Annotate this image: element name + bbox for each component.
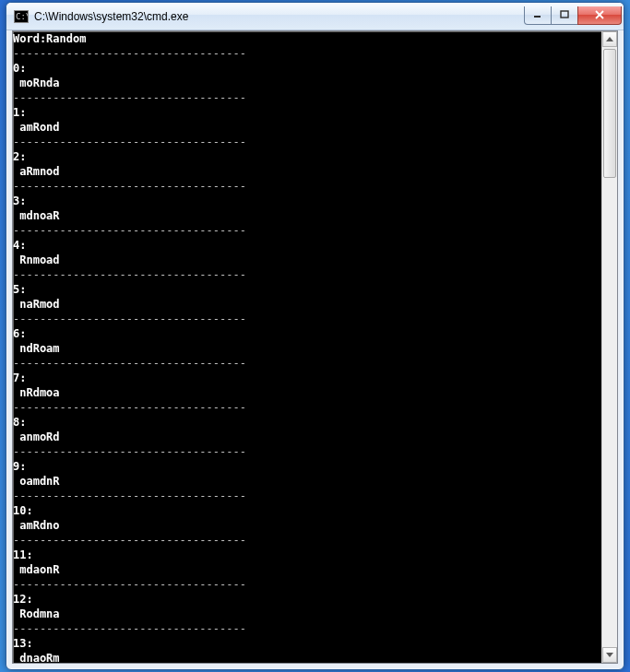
scroll-thumb[interactable] xyxy=(603,49,616,178)
console-header: Word:Random xyxy=(13,32,86,45)
svg-rect-1 xyxy=(561,11,568,18)
scroll-up-button[interactable] xyxy=(602,31,617,47)
console-divider: ----------------------------------- xyxy=(13,445,246,458)
console-divider: ----------------------------------- xyxy=(13,489,246,502)
close-button[interactable] xyxy=(577,6,622,25)
console-index: 0: xyxy=(13,62,26,75)
console-divider: ----------------------------------- xyxy=(13,180,246,193)
maximize-button[interactable] xyxy=(551,6,578,25)
scroll-down-button[interactable] xyxy=(602,647,617,663)
console-index: 9: xyxy=(13,460,26,473)
console-index: 1: xyxy=(13,106,26,119)
console-index: 4: xyxy=(13,239,26,252)
vertical-scrollbar[interactable] xyxy=(601,31,617,663)
console-index: 12: xyxy=(13,593,33,606)
window-control-group xyxy=(525,6,622,25)
console-divider: ----------------------------------- xyxy=(13,136,246,148)
client-area: Word:Random ----------------------------… xyxy=(12,30,618,664)
console-word: moRnda xyxy=(13,77,60,89)
console-output: Word:Random ----------------------------… xyxy=(13,31,601,663)
console-word: Rnmoad xyxy=(13,253,60,266)
console-word: naRmod xyxy=(13,298,60,311)
console-divider: ----------------------------------- xyxy=(13,91,246,104)
chevron-down-icon xyxy=(606,653,613,657)
console-index: 5: xyxy=(13,283,26,296)
console-index: 13: xyxy=(13,637,33,650)
console-divider: ----------------------------------- xyxy=(13,268,246,281)
console-word: oamdnR xyxy=(13,475,60,488)
cmd-icon: C:\ xyxy=(14,10,29,23)
console-word: mdaonR xyxy=(13,563,60,576)
console-divider: ----------------------------------- xyxy=(13,622,246,635)
console-divider: ----------------------------------- xyxy=(13,578,246,591)
scroll-track[interactable] xyxy=(602,47,617,647)
window-title: C:\Windows\system32\cmd.exe xyxy=(34,10,525,23)
console-divider: ----------------------------------- xyxy=(13,534,246,547)
console-word: aRmnod xyxy=(13,165,60,178)
console-divider: ----------------------------------- xyxy=(13,312,246,325)
console-index: 10: xyxy=(13,504,33,517)
console-divider: ----------------------------------- xyxy=(13,357,246,370)
console-divider: ----------------------------------- xyxy=(13,224,246,237)
console-divider: ----------------------------------- xyxy=(13,401,246,414)
minimize-button[interactable] xyxy=(524,6,552,25)
console-index: 7: xyxy=(13,371,26,384)
console-word: amRond xyxy=(13,121,60,134)
console-word: anmoRd xyxy=(13,430,60,443)
console-divider: ----------------------------------- xyxy=(13,47,246,60)
titlebar[interactable]: C:\ C:\Windows\system32\cmd.exe xyxy=(6,3,624,30)
console-index: 11: xyxy=(13,548,33,561)
console-word: Rodmna xyxy=(13,607,60,620)
console-word: dnaoRm xyxy=(13,652,60,663)
console-index: 2: xyxy=(13,150,26,163)
console-word: amRdno xyxy=(13,519,60,532)
console-index: 6: xyxy=(13,327,26,340)
cmd-window: C:\ C:\Windows\system32\cmd.exe Word:Ran… xyxy=(6,2,624,670)
svg-rect-0 xyxy=(534,16,541,18)
console-index: 3: xyxy=(13,195,26,207)
console-word: mdnoaR xyxy=(13,209,60,222)
console-word: ndRoam xyxy=(13,342,60,355)
console-word: nRdmoa xyxy=(13,386,60,399)
console-index: 8: xyxy=(13,416,26,429)
chevron-up-icon xyxy=(606,37,613,41)
